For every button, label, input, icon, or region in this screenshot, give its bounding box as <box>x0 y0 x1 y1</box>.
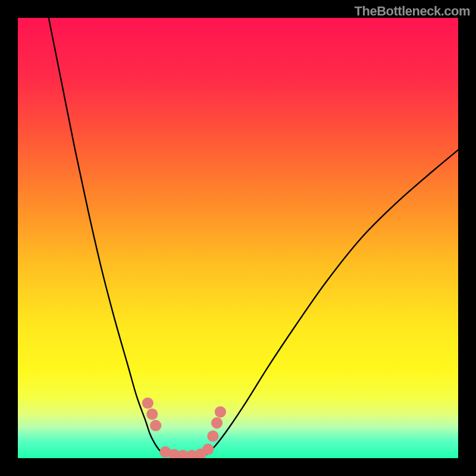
bead-marker <box>146 408 158 419</box>
bead-marker <box>142 397 154 409</box>
plot-area <box>18 18 458 458</box>
bead-marker <box>202 444 214 455</box>
bead-marker <box>215 406 226 418</box>
chart-stage: TheBottleneck.com <box>0 0 476 476</box>
watermark-text: TheBottleneck.com <box>355 4 470 19</box>
bottleneck-beads <box>142 397 226 458</box>
curve-layer <box>18 18 458 458</box>
bead-marker <box>150 420 161 431</box>
bead-marker <box>211 417 223 428</box>
bead-marker <box>207 430 218 441</box>
bottleneck-curve <box>49 18 458 456</box>
